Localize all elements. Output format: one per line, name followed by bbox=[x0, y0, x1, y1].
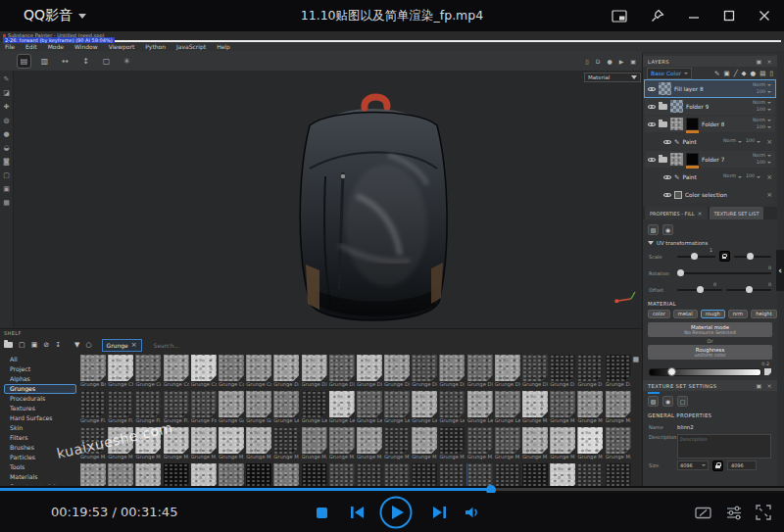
layer-mask-thumbnail[interactable] bbox=[686, 118, 699, 130]
description-textarea[interactable]: Description bbox=[677, 434, 771, 459]
shelf-category[interactable]: Tools bbox=[4, 462, 76, 472]
resource-tile[interactable]: Grunge S.. bbox=[164, 463, 189, 487]
resource-tile[interactable]: Grunge M.. bbox=[495, 427, 520, 460]
close-icon[interactable]: × bbox=[767, 383, 772, 389]
mesh-tab-icon[interactable]: ◉ bbox=[662, 396, 673, 407]
settings-sliders-icon[interactable] bbox=[723, 493, 745, 532]
symmetry-x-icon[interactable]: ↔ bbox=[59, 55, 72, 68]
sp-menu-item[interactable]: Window bbox=[74, 43, 98, 50]
visibility-eye-icon[interactable] bbox=[663, 173, 671, 181]
shelf-category[interactable]: All bbox=[4, 355, 76, 364]
resource-tile[interactable]: Grunge S.. bbox=[412, 463, 437, 487]
undock-icon[interactable]: ▣ bbox=[756, 383, 761, 389]
layer-row[interactable]: ✎ Folder 9 Norm 100 × bbox=[645, 98, 775, 115]
resource-tile[interactable]: Grunge Di.. bbox=[522, 355, 548, 388]
remove-layer-icon[interactable]: × bbox=[766, 138, 772, 146]
layer-checker-thumbnail[interactable] bbox=[670, 100, 683, 113]
refresh-icon[interactable]: ○ bbox=[85, 340, 91, 350]
resource-tile[interactable]: Grunge Br.. bbox=[80, 355, 106, 388]
offset-u-slider[interactable] bbox=[677, 289, 722, 291]
resource-tile[interactable]: Grunge Da.. bbox=[273, 355, 299, 388]
shelf-category[interactable]: Skin bbox=[4, 423, 76, 433]
layer-row[interactable]: ✎ Color selection × bbox=[661, 186, 775, 203]
remove-layer-icon[interactable]: × bbox=[766, 173, 772, 181]
size-dropdown[interactable]: 4096 bbox=[677, 460, 709, 470]
resource-tile[interactable]: Grunge Co.. bbox=[246, 355, 271, 388]
add-fill-icon[interactable]: ◆ bbox=[742, 70, 747, 77]
opacity-dropdown[interactable]: 100 bbox=[746, 138, 760, 145]
clipboard-icon[interactable]: ▣ bbox=[630, 58, 636, 65]
resource-tile[interactable]: Grunge Ga.. bbox=[246, 391, 271, 424]
material-picker-icon[interactable]: ◙ bbox=[3, 158, 10, 167]
uv-transformations-section[interactable]: UV transformations bbox=[643, 238, 777, 247]
layer-row[interactable]: ✎ Folder 7 Norm 100 × bbox=[645, 151, 775, 168]
resource-tile[interactable]: Grunge Co.. bbox=[164, 355, 189, 388]
new-folder-icon[interactable]: ▢ bbox=[19, 340, 25, 350]
visibility-eye-icon[interactable] bbox=[648, 121, 656, 128]
blend-mode-dropdown[interactable]: Norm bbox=[723, 138, 742, 145]
resource-tile[interactable]: Grunge M.. bbox=[302, 427, 327, 460]
resource-tile[interactable]: Grunge M.. bbox=[273, 427, 299, 460]
layer-row[interactable]: ✎ Folder 8 Norm 100 × bbox=[645, 116, 775, 132]
resource-tile[interactable]: Grunge Di.. bbox=[357, 355, 382, 388]
resource-tile[interactable]: Grunge M.. bbox=[467, 427, 493, 460]
app-menu[interactable]: QQ影音 bbox=[24, 7, 86, 24]
panel-collapse-arrow[interactable]: ‹ bbox=[776, 250, 784, 291]
resource-tile[interactable]: Grunge M.. bbox=[606, 427, 631, 460]
titlebar[interactable]: QQ影音 11.10贴图以及简单渲染_fp.mp4 bbox=[0, 0, 784, 31]
rotation-slider[interactable] bbox=[677, 272, 771, 274]
sp-menu-item[interactable]: Mode bbox=[48, 43, 64, 50]
play-button[interactable] bbox=[379, 493, 413, 532]
quick-mask-icon[interactable]: ▢ bbox=[3, 171, 10, 180]
resource-tile[interactable]: Grunge M.. bbox=[191, 427, 217, 460]
resource-tile[interactable]: Grunge S.. bbox=[606, 463, 631, 487]
resource-tile[interactable]: Grunge S.. bbox=[495, 463, 520, 487]
opacity-dropdown[interactable]: 100 bbox=[746, 173, 760, 180]
polygon-fill-icon[interactable]: ◍ bbox=[3, 117, 9, 125]
resource-tile[interactable]: Grunge Le.. bbox=[302, 391, 327, 424]
roughness-mode-button[interactable]: Roughness uniform color bbox=[648, 345, 772, 360]
remove-layer-icon[interactable]: × bbox=[766, 191, 772, 199]
resource-tile[interactable]: Grunge M.. bbox=[522, 427, 548, 460]
brush-preset-icon[interactable]: ▥ bbox=[38, 55, 51, 68]
resource-tile[interactable]: Grunge M.. bbox=[219, 427, 244, 460]
material-props-icon[interactable]: ▧ bbox=[648, 224, 659, 235]
resource-tile[interactable]: Grunge S.. bbox=[467, 463, 493, 487]
maximize-icon[interactable] bbox=[723, 10, 735, 22]
resource-tile[interactable]: Grunge M.. bbox=[550, 427, 575, 460]
brush-icon[interactable]: ✎ bbox=[4, 75, 10, 84]
resource-tile[interactable]: Grunge Fi.. bbox=[135, 391, 161, 424]
sp-menu-item[interactable]: JavaScript bbox=[176, 43, 206, 50]
filter-chip[interactable]: Grunge × bbox=[102, 339, 142, 352]
photoshop-icon[interactable]: ▣ bbox=[3, 185, 10, 194]
resource-tile[interactable]: Grunge M.. bbox=[522, 391, 548, 424]
settings-gear-icon[interactable]: ✳ bbox=[121, 55, 133, 68]
resource-tile[interactable]: Grunge Di.. bbox=[439, 355, 465, 388]
shelf-category[interactable]: Project bbox=[4, 364, 76, 374]
resource-tile[interactable]: Grunge Le.. bbox=[439, 391, 465, 424]
resource-tile[interactable]: Grunge D... bbox=[550, 355, 575, 388]
resource-tile[interactable]: Grunge D... bbox=[577, 355, 603, 388]
resource-tile[interactable]: Grunge Di.. bbox=[467, 355, 493, 388]
resource-tile[interactable]: Grunge S.. bbox=[108, 463, 133, 487]
resource-tile[interactable]: Grunge S.. bbox=[329, 463, 355, 487]
shelf-category[interactable]: Hard Surfaces bbox=[4, 413, 76, 423]
tab-properties-fill[interactable]: PROPERTIES - FILL × bbox=[645, 207, 708, 219]
visibility-eye-icon[interactable] bbox=[648, 103, 656, 111]
layer-row[interactable]: ✎ Fill layer 8 Norm 100 × bbox=[645, 80, 775, 97]
visibility-eye-icon[interactable] bbox=[648, 85, 656, 93]
resource-tile[interactable]: Grunge Di.. bbox=[412, 355, 437, 388]
volume-button[interactable] bbox=[461, 493, 484, 532]
resource-tile[interactable]: Grunge M.. bbox=[606, 391, 631, 424]
resource-tile[interactable]: Grunge Dirt bbox=[302, 355, 327, 388]
fullscreen-icon[interactable] bbox=[753, 493, 774, 532]
resource-tile[interactable]: Grunge Di.. bbox=[495, 355, 520, 388]
video-frame[interactable]: Substance Painter - Untitled (need.spp) … bbox=[0, 31, 784, 487]
shelf-category[interactable]: Smart materials bbox=[4, 482, 76, 485]
seek-bar[interactable] bbox=[0, 486, 784, 493]
resource-tile[interactable]: Grunge M.. bbox=[550, 391, 575, 424]
camera-icon[interactable]: ▯ bbox=[586, 58, 589, 65]
shelf-category[interactable]: Procedurals bbox=[4, 394, 76, 404]
add-stamp-icon[interactable]: ▣ bbox=[724, 70, 730, 77]
pin-on-top-icon[interactable] bbox=[651, 9, 664, 23]
